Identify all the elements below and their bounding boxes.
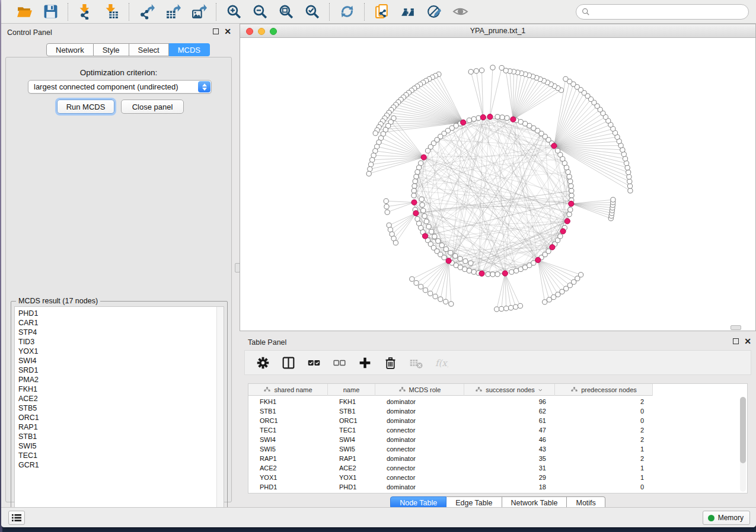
search-box[interactable] — [576, 4, 749, 20]
mcds-hub-node[interactable] — [413, 210, 419, 216]
network-node[interactable] — [448, 251, 453, 255]
mcds-result-item[interactable]: STP4 — [18, 328, 224, 337]
add-column-button[interactable] — [356, 354, 373, 371]
mcds-result-list[interactable]: PHD1CAR1STP4TID3YOX1SWI4SRD1PMA2FKH1ACE2… — [14, 306, 224, 517]
zoom-out-button[interactable] — [251, 3, 269, 21]
network-node[interactable] — [385, 210, 390, 214]
mcds-hub-node[interactable] — [422, 233, 428, 239]
mcds-result-item[interactable]: SRD1 — [18, 366, 224, 375]
mcds-hub-node[interactable] — [564, 219, 570, 224]
column-header-name[interactable]: name — [328, 384, 375, 396]
network-node[interactable] — [424, 219, 429, 224]
mcds-result-item[interactable]: ACE2 — [18, 394, 224, 403]
run-mcds-button[interactable]: Run MCDS — [57, 100, 114, 114]
network-node[interactable] — [569, 188, 574, 193]
mcds-hub-node[interactable] — [569, 201, 574, 206]
column-header-shared-name[interactable]: shared name — [248, 384, 328, 396]
close-panel-button[interactable]: Close panel — [121, 100, 184, 114]
network-node[interactable] — [509, 305, 513, 310]
tab-select[interactable]: Select — [129, 43, 169, 56]
network-node[interactable] — [428, 291, 433, 296]
network-node[interactable] — [371, 153, 376, 158]
network-node[interactable] — [384, 198, 388, 203]
network-node[interactable] — [369, 162, 374, 167]
panel-list-button[interactable] — [8, 511, 25, 525]
network-node[interactable] — [467, 118, 471, 123]
network-node[interactable] — [611, 197, 615, 202]
network-node[interactable] — [412, 193, 416, 198]
network-node[interactable] — [499, 306, 504, 311]
network-node[interactable] — [432, 234, 437, 239]
mcds-result-item[interactable]: YOX1 — [18, 347, 224, 356]
mcds-hub-node[interactable] — [560, 229, 566, 234]
network-node[interactable] — [439, 243, 444, 248]
mcds-hub-node[interactable] — [502, 271, 508, 276]
network-node[interactable] — [504, 306, 509, 311]
delete-column-button[interactable] — [382, 354, 398, 371]
settings-gear-button[interactable] — [254, 354, 271, 371]
network-node[interactable] — [471, 117, 476, 121]
mcds-hub-node[interactable] — [479, 271, 484, 276]
table-row[interactable]: ORC1ORC1dominator610 — [248, 416, 653, 425]
network-node[interactable] — [579, 273, 583, 277]
mcds-result-item[interactable]: STB1 — [18, 432, 224, 441]
open-session-button[interactable] — [15, 3, 33, 21]
network-node[interactable] — [518, 303, 522, 308]
mcds-result-item[interactable]: RAP1 — [18, 422, 224, 432]
network-node[interactable] — [490, 65, 495, 70]
network-node[interactable] — [627, 179, 632, 184]
network-node[interactable] — [568, 207, 573, 212]
tab-network[interactable]: Network — [46, 43, 94, 56]
network-node[interactable] — [555, 148, 560, 153]
network-node[interactable] — [449, 302, 454, 306]
network-node[interactable] — [624, 161, 629, 165]
zoom-selected-button[interactable] — [303, 3, 321, 21]
table-row[interactable]: SWI4SWI4dominator462 — [248, 435, 653, 444]
network-node[interactable] — [503, 68, 508, 73]
float-panel-icon[interactable] — [213, 28, 219, 34]
eye-button[interactable] — [451, 3, 469, 21]
mcds-result-item[interactable]: SWI5 — [18, 441, 224, 451]
network-node[interactable] — [423, 288, 428, 293]
mcds-hub-node[interactable] — [412, 200, 417, 205]
network-node[interactable] — [558, 234, 563, 239]
mcds-hub-node[interactable] — [446, 258, 451, 264]
table-row[interactable]: RAP1RAP1dominator352 — [248, 454, 653, 463]
network-node[interactable] — [490, 272, 495, 277]
network-node[interactable] — [419, 197, 424, 201]
network-node[interactable] — [453, 254, 458, 258]
mcds-result-item[interactable]: STB5 — [18, 403, 224, 413]
network-node[interactable] — [414, 174, 419, 179]
network-node[interactable] — [495, 114, 500, 119]
import-table-button[interactable] — [103, 3, 120, 21]
network-node[interactable] — [429, 229, 434, 234]
network-node[interactable] — [623, 156, 627, 161]
network-node[interactable] — [426, 225, 431, 229]
column-header-successor-nodes[interactable]: successor nodes — [464, 384, 555, 396]
share-document-button[interactable] — [373, 3, 391, 21]
column-header-predecessor-nodes[interactable]: predecessor nodes — [555, 384, 653, 396]
network-node[interactable] — [468, 261, 473, 265]
mcds-hub-node[interactable] — [480, 114, 486, 120]
network-node[interactable] — [569, 184, 573, 188]
import-network-button[interactable] — [76, 3, 94, 21]
network-node[interactable] — [627, 174, 631, 179]
mcds-result-item[interactable]: ORC1 — [18, 413, 224, 422]
network-window-titlebar[interactable]: YPA_prune.txt_1 — [240, 24, 755, 38]
network-node[interactable] — [569, 193, 574, 198]
network-node[interactable] — [628, 188, 633, 193]
zoom-fit-button[interactable] — [277, 3, 295, 21]
style-preview-button[interactable] — [425, 3, 443, 21]
network-node[interactable] — [513, 305, 518, 309]
table-row[interactable]: STB1STB1dominator620 — [248, 406, 653, 416]
table-row[interactable]: YOX1YOX1connector291 — [248, 473, 653, 482]
mcds-hub-node[interactable] — [551, 143, 557, 149]
network-node[interactable] — [417, 165, 422, 170]
network-node[interactable] — [495, 272, 500, 277]
network-node[interactable] — [499, 65, 504, 70]
network-node[interactable] — [463, 259, 468, 264]
network-node[interactable] — [442, 255, 446, 260]
export-network-button[interactable] — [138, 3, 155, 21]
network-node[interactable] — [626, 170, 631, 175]
mcds-hub-node[interactable] — [550, 245, 555, 250]
